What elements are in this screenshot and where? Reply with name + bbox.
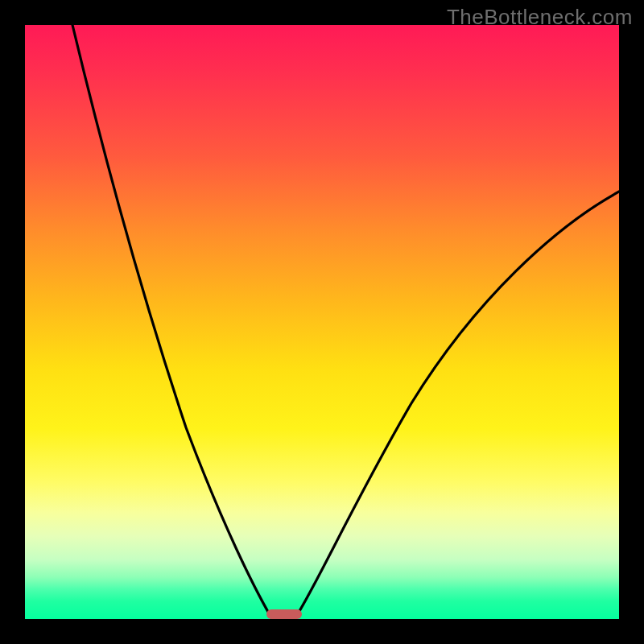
curve-right-branch <box>295 192 619 617</box>
curve-left-branch <box>72 25 271 617</box>
bottleneck-curve <box>25 25 619 619</box>
watermark-text: TheBottleneck.com <box>447 5 633 30</box>
plot-area <box>25 25 619 619</box>
outer-frame: TheBottleneck.com <box>0 0 644 644</box>
bottleneck-marker <box>266 609 302 619</box>
